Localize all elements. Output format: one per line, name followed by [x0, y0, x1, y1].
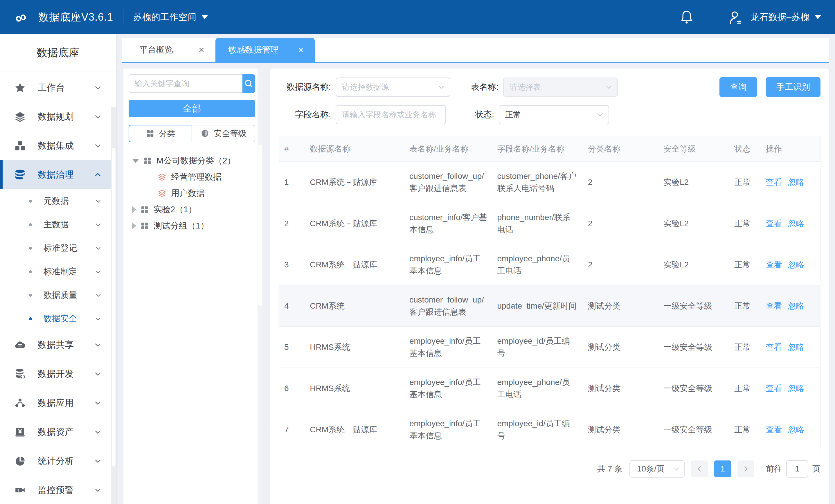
top-header: ∞ 数据底座V3.6.1 苏槐的工作空间 龙石数据–苏槐 [0, 0, 835, 34]
sidebar-subitem-standard-formulation[interactable]: 标准制定 [0, 260, 116, 283]
ignore-link[interactable]: 忽略 [788, 343, 804, 351]
all-button[interactable]: 全部 [129, 100, 255, 117]
user-menu[interactable]: 龙石数据–苏槐 [728, 9, 821, 25]
chevron-down-icon [95, 198, 102, 205]
grid-icon [143, 157, 152, 165]
chevron-down-icon [94, 370, 102, 378]
bullet-icon [29, 270, 32, 273]
chevron-down-icon [95, 221, 102, 228]
sidebar-item-data-integration[interactable]: 数据集成 [0, 131, 116, 160]
search-icon [244, 79, 254, 88]
notification-bell-icon[interactable] [680, 10, 693, 24]
table-row: 4 CRM系统 customer_follow_up/客户跟进信息表 updat… [279, 285, 820, 327]
chevron-down-icon [94, 142, 102, 149]
bullet-icon [29, 317, 32, 320]
sidebar-item-monitoring[interactable]: ! 监控预警 [0, 476, 116, 504]
main-content: 数据源名称: 请选择数据源 表名称: 请选择表 查询 手工识别 字段名称: 状态… [270, 68, 829, 504]
tree-node-business-mgmt-data[interactable]: 经营管理数据 [129, 169, 255, 185]
tree-node-experiment2[interactable]: 实验2（1） [129, 201, 255, 218]
tree-node-test-group[interactable]: 测试分组（1） [129, 218, 255, 234]
user-avatar-icon [728, 9, 743, 25]
grid-icon [146, 129, 155, 138]
tree-scrollbar[interactable] [258, 68, 263, 504]
table-row: 3 CRM系统－贴源库 employee_info/员工基本信息 employe… [279, 244, 820, 285]
query-button[interactable]: 查询 [719, 77, 757, 97]
field-name-input[interactable] [335, 105, 446, 124]
sidebar-item-statistics[interactable]: 统计分析 [0, 446, 116, 476]
close-icon[interactable] [198, 46, 205, 54]
ignore-link[interactable]: 忽略 [788, 178, 804, 187]
page-suffix: 页 [812, 463, 820, 475]
goto-page-input[interactable] [786, 460, 808, 478]
ignore-link[interactable]: 忽略 [788, 301, 804, 310]
sidebar-scrollbar[interactable] [111, 107, 116, 504]
col-actions: 操作 [761, 136, 820, 162]
tab-platform-overview[interactable]: 平台概览 [127, 38, 216, 62]
prev-page-button[interactable] [691, 461, 708, 477]
col-index: # [279, 136, 305, 162]
toggle-classify[interactable]: 分类 [129, 125, 192, 142]
chevron-down-icon [94, 341, 102, 349]
tree-scrollbar-thumb[interactable] [258, 144, 262, 307]
asset-book-icon [15, 426, 25, 438]
ignore-link[interactable]: 忽略 [788, 425, 804, 434]
sidebar-subitem-standard-registration[interactable]: 标准登记 [0, 236, 116, 260]
app-title: 数据底座V3.6.1 [38, 10, 113, 24]
col-category: 分类名称 [583, 136, 658, 162]
sidebar-item-data-sharing[interactable]: 数据共享 [0, 330, 116, 359]
view-link[interactable]: 查看 [766, 219, 782, 228]
table-row: 5 HRMS系统 employee_info/员工基本信息 employee_i… [279, 327, 820, 368]
view-link[interactable]: 查看 [766, 260, 782, 269]
tab-bar: 平台概览 敏感数据管理 [122, 38, 829, 63]
workspace-selector[interactable]: 苏槐的工作空间 [133, 11, 208, 23]
tree-node-m-company[interactable]: M公司数据分类（2） [129, 153, 255, 169]
page-number-1[interactable]: 1 [714, 461, 731, 477]
view-link[interactable]: 查看 [766, 384, 782, 393]
table-row: 7 CRM系统－贴源库 employee_info/员工基本信息 employe… [279, 409, 820, 450]
sidebar-item-data-development[interactable]: 数据开发 [0, 359, 116, 388]
sidebar-item-data-application[interactable]: 数据应用 [0, 388, 116, 418]
close-icon[interactable] [297, 46, 304, 54]
sidebar: 数据底座 工作台 数据规划 数据集成 数据治理 元数据 [0, 34, 116, 504]
table-row: 2 CRM系统－贴源库 customer_info/客户基本信息 phone_n… [279, 203, 820, 244]
search-button[interactable] [242, 74, 255, 93]
manual-identify-button[interactable]: 手工识别 [766, 77, 820, 97]
sidebar-item-workbench[interactable]: 工作台 [0, 73, 116, 102]
ignore-link[interactable]: 忽略 [788, 384, 804, 393]
sidebar-scrollbar-thumb[interactable] [112, 147, 116, 467]
toggle-security-level[interactable]: 安全等级 [192, 125, 255, 142]
field-name-label: 字段名称: [279, 109, 331, 120]
tree-node-user-data[interactable]: 用户数据 [129, 185, 255, 201]
sidebar-item-data-governance[interactable]: 数据治理 [0, 160, 116, 189]
chevron-down-icon [94, 399, 102, 407]
caret-right-icon [132, 222, 136, 229]
sidebar-subitem-data-security[interactable]: 数据安全 [0, 307, 116, 330]
chevron-down-icon [94, 428, 102, 436]
caret-right-icon [132, 206, 136, 213]
page-size-select[interactable]: 10条/页 [629, 460, 685, 478]
ignore-link[interactable]: 忽略 [788, 260, 804, 269]
chevron-down-icon [95, 292, 102, 299]
sidebar-subitem-metadata[interactable]: 元数据 [0, 189, 116, 213]
next-page-button[interactable] [737, 461, 754, 477]
status-select[interactable]: 正常 [499, 105, 609, 124]
table-select[interactable]: 请选择表 [503, 78, 618, 97]
shield-icon [201, 129, 209, 138]
app-logo-icon: ∞ [8, 5, 33, 29]
star-icon [15, 82, 25, 93]
view-link[interactable]: 查看 [766, 343, 782, 351]
sidebar-subitem-data-quality[interactable]: 数据质量 [0, 283, 116, 307]
view-link[interactable]: 查看 [766, 425, 782, 434]
sidebar-item-data-assets[interactable]: 数据资产 [0, 418, 116, 446]
chevron-down-icon [95, 268, 102, 275]
classification-tree: M公司数据分类（2） 经营管理数据 用户数据 实验2（1） 测试分组（1） [129, 153, 255, 234]
view-link[interactable]: 查看 [766, 178, 782, 187]
keyword-search-input[interactable] [129, 74, 242, 93]
datasource-select[interactable]: 请选择数据源 [335, 78, 450, 97]
layers-icon [158, 173, 166, 181]
view-link[interactable]: 查看 [766, 301, 782, 310]
tab-sensitive-data-management[interactable]: 敏感数据管理 [216, 38, 315, 62]
ignore-link[interactable]: 忽略 [788, 219, 804, 228]
sidebar-subitem-master-data[interactable]: 主数据 [0, 213, 116, 236]
sidebar-item-data-planning[interactable]: 数据规划 [0, 102, 116, 131]
